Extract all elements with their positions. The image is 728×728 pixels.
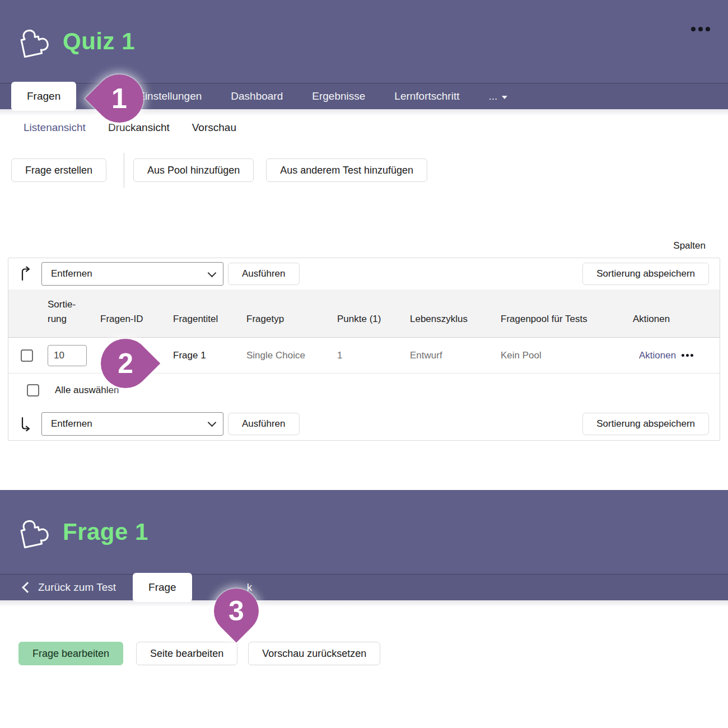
quiz-window-header: Quiz 1 xyxy=(0,0,728,83)
question-window-header: Frage 1 xyxy=(0,490,728,574)
row-checkbox[interactable] xyxy=(21,349,33,362)
tab-lernfortschritt[interactable]: Lernfortschritt xyxy=(380,90,474,102)
apply-downwards-arrow-icon xyxy=(19,417,32,431)
col-fragen-id: Fragen-ID xyxy=(99,312,172,326)
save-sorting-button[interactable]: Sortierung abspeichern xyxy=(582,263,709,285)
cell-lebenszyklus: Entwurf xyxy=(409,350,500,361)
row-actions-link[interactable]: Aktionen xyxy=(639,350,676,361)
cell-fragenpool: Kein Pool xyxy=(500,350,632,361)
add-from-other-test-button[interactable]: Aus anderem Test hinzufügen xyxy=(266,158,427,182)
select-all-checkbox[interactable] xyxy=(27,384,39,396)
bulk-action-toolbar-bottom: Entfernen Ausführen Sortierung abspeiche… xyxy=(8,407,720,440)
reset-preview-button[interactable]: Vorschau zurücksetzen xyxy=(248,642,380,665)
tab-fragen[interactable]: Fragen xyxy=(11,82,76,111)
puzzle-piece-icon xyxy=(17,515,50,549)
columns-row: Spalten xyxy=(0,240,728,254)
sort-order-input[interactable] xyxy=(48,345,87,366)
bulk-action-selected-value: Entfernen xyxy=(51,418,92,430)
subtab-vorschau[interactable]: Vorschau xyxy=(192,122,236,134)
back-to-test-label: Zurück zum Test xyxy=(38,581,116,594)
execute-button-bottom[interactable]: Ausführen xyxy=(228,413,300,435)
row-actions-kebab-icon[interactable] xyxy=(682,354,693,357)
add-from-pool-button[interactable]: Aus Pool hinzufügen xyxy=(133,158,254,182)
chevron-down-icon xyxy=(208,418,217,427)
tab-ergebnisse[interactable]: Ergebnisse xyxy=(297,90,380,102)
button-divider xyxy=(124,153,124,188)
apply-upwards-arrow-icon xyxy=(19,267,32,281)
question-edit-actions-row: Frage bearbeiten Seite bearbeiten Vorsch… xyxy=(0,642,728,665)
page-title: Quiz 1 xyxy=(63,28,135,55)
columns-link[interactable]: Spalten xyxy=(673,240,706,251)
bulk-action-select-bottom[interactable]: Entfernen xyxy=(41,412,223,436)
select-all-label: Alle auswählen xyxy=(55,385,119,396)
section-gap xyxy=(0,441,728,490)
col-sortierung: Sortie-rung xyxy=(48,297,87,326)
col-lebenszyklus: Lebenszyklus xyxy=(409,312,500,326)
chevron-left-icon xyxy=(22,582,33,593)
col-fragenpool: Fragenpool für Tests xyxy=(500,312,632,326)
back-to-test-link[interactable]: Zurück zum Test xyxy=(22,581,116,594)
tab-frage[interactable]: Frage xyxy=(133,573,192,602)
edit-page-button[interactable]: Seite bearbeiten xyxy=(136,642,237,665)
subtab-listenansicht[interactable]: Listenansicht xyxy=(24,122,86,134)
col-aktionen: Aktionen xyxy=(632,312,720,326)
page-title: Frage 1 xyxy=(63,519,148,545)
bulk-action-selected-value: Entfernen xyxy=(51,268,92,279)
col-fragentitel: Fragentitel xyxy=(172,312,245,326)
tab-more-label: ... xyxy=(488,90,497,102)
header-shadow xyxy=(0,600,728,607)
col-punkte: Punkte (1) xyxy=(336,312,409,326)
screenshot-root: Quiz 1 Fragen Einstellungen Dashboard Er… xyxy=(0,0,728,728)
subtab-druckansicht[interactable]: Druckansicht xyxy=(108,122,170,134)
table-header-row: Sortie-rung Fragen-ID Fragentitel Fraget… xyxy=(8,290,720,338)
cell-fragetyp: Single Choice xyxy=(245,350,336,361)
step-marker-3-number: 3 xyxy=(228,595,244,627)
puzzle-piece-icon xyxy=(17,25,50,58)
col-fragetyp: Fragetyp xyxy=(245,312,336,326)
bulk-action-select[interactable]: Entfernen xyxy=(41,262,223,286)
execute-button[interactable]: Ausführen xyxy=(228,263,300,285)
chevron-down-icon xyxy=(208,268,217,277)
tab-dashboard[interactable]: Dashboard xyxy=(216,90,297,102)
save-sorting-button-bottom[interactable]: Sortierung abspeichern xyxy=(582,413,709,435)
question-title-link[interactable]: Frage 1 xyxy=(172,350,245,361)
cell-punkte: 1 xyxy=(336,350,409,361)
step-marker-1-number: 1 xyxy=(111,82,127,115)
question-actions-row: Frage erstellen Aus Pool hinzufügen Aus … xyxy=(0,158,728,182)
tab-more[interactable]: ... xyxy=(474,90,522,102)
bulk-action-toolbar-top: Entfernen Ausführen Sortierung abspeiche… xyxy=(8,258,720,290)
step-marker-2-number: 2 xyxy=(118,347,133,380)
edit-question-button[interactable]: Frage bearbeiten xyxy=(18,642,123,665)
create-question-button[interactable]: Frage erstellen xyxy=(11,158,106,182)
question-tab-bar: Zurück zum Test Frage k xyxy=(0,574,728,600)
chevron-down-icon xyxy=(502,96,507,99)
kebab-menu-icon[interactable] xyxy=(691,27,710,31)
